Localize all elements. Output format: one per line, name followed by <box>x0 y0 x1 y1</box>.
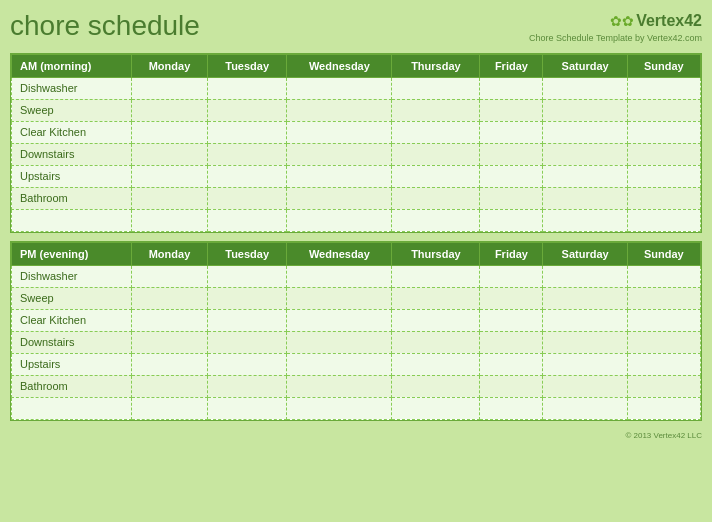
cell[interactable] <box>480 287 543 309</box>
cell[interactable] <box>627 165 700 187</box>
cell[interactable] <box>287 77 392 99</box>
cell[interactable] <box>392 353 480 375</box>
cell[interactable] <box>627 353 700 375</box>
am-friday: Friday <box>480 54 543 77</box>
cell[interactable] <box>287 309 392 331</box>
cell[interactable] <box>207 309 286 331</box>
cell[interactable] <box>543 375 627 397</box>
cell[interactable] <box>543 187 627 209</box>
cell[interactable] <box>480 121 543 143</box>
cell[interactable] <box>480 397 543 419</box>
cell[interactable] <box>392 287 480 309</box>
cell[interactable] <box>627 287 700 309</box>
cell[interactable] <box>207 165 286 187</box>
cell[interactable] <box>132 397 208 419</box>
cell[interactable] <box>132 309 208 331</box>
cell[interactable] <box>480 143 543 165</box>
cell[interactable] <box>392 375 480 397</box>
cell[interactable] <box>287 165 392 187</box>
cell[interactable] <box>392 99 480 121</box>
cell[interactable] <box>132 165 208 187</box>
cell[interactable] <box>287 121 392 143</box>
cell[interactable] <box>480 209 543 231</box>
cell[interactable] <box>287 287 392 309</box>
cell[interactable] <box>132 331 208 353</box>
cell[interactable] <box>543 287 627 309</box>
cell[interactable] <box>132 77 208 99</box>
cell[interactable] <box>392 331 480 353</box>
cell[interactable] <box>207 77 286 99</box>
cell[interactable] <box>132 121 208 143</box>
cell[interactable] <box>480 187 543 209</box>
cell[interactable] <box>392 397 480 419</box>
cell[interactable] <box>207 265 286 287</box>
am-wednesday: Wednesday <box>287 54 392 77</box>
cell[interactable] <box>132 143 208 165</box>
cell[interactable] <box>480 265 543 287</box>
cell[interactable] <box>543 77 627 99</box>
cell[interactable] <box>207 397 286 419</box>
cell[interactable] <box>627 77 700 99</box>
cell[interactable] <box>132 265 208 287</box>
cell[interactable] <box>287 209 392 231</box>
cell[interactable] <box>392 309 480 331</box>
cell[interactable] <box>627 331 700 353</box>
cell[interactable] <box>207 121 286 143</box>
cell[interactable] <box>543 143 627 165</box>
cell[interactable] <box>543 397 627 419</box>
cell[interactable] <box>287 265 392 287</box>
cell[interactable] <box>392 209 480 231</box>
cell[interactable] <box>627 187 700 209</box>
cell[interactable] <box>287 99 392 121</box>
cell[interactable] <box>287 397 392 419</box>
cell[interactable] <box>627 309 700 331</box>
cell[interactable] <box>480 375 543 397</box>
cell[interactable] <box>480 99 543 121</box>
cell[interactable] <box>543 99 627 121</box>
cell[interactable] <box>543 353 627 375</box>
cell[interactable] <box>287 331 392 353</box>
cell[interactable] <box>392 121 480 143</box>
cell[interactable] <box>132 353 208 375</box>
cell[interactable] <box>132 187 208 209</box>
cell[interactable] <box>627 99 700 121</box>
cell[interactable] <box>132 375 208 397</box>
cell[interactable] <box>132 287 208 309</box>
cell[interactable] <box>480 77 543 99</box>
cell[interactable] <box>207 375 286 397</box>
cell[interactable] <box>207 353 286 375</box>
cell[interactable] <box>207 143 286 165</box>
cell[interactable] <box>287 375 392 397</box>
cell[interactable] <box>132 209 208 231</box>
cell[interactable] <box>543 121 627 143</box>
cell[interactable] <box>543 165 627 187</box>
cell[interactable] <box>627 209 700 231</box>
cell[interactable] <box>392 143 480 165</box>
cell[interactable] <box>543 309 627 331</box>
cell[interactable] <box>627 375 700 397</box>
cell[interactable] <box>627 265 700 287</box>
cell[interactable] <box>480 331 543 353</box>
cell[interactable] <box>207 287 286 309</box>
cell[interactable] <box>287 143 392 165</box>
cell[interactable] <box>480 165 543 187</box>
cell[interactable] <box>627 121 700 143</box>
cell[interactable] <box>287 187 392 209</box>
cell[interactable] <box>132 99 208 121</box>
cell[interactable] <box>392 77 480 99</box>
cell[interactable] <box>207 209 286 231</box>
cell[interactable] <box>627 143 700 165</box>
cell[interactable] <box>392 165 480 187</box>
cell[interactable] <box>627 397 700 419</box>
cell[interactable] <box>480 353 543 375</box>
cell[interactable] <box>392 187 480 209</box>
cell[interactable] <box>287 353 392 375</box>
cell[interactable] <box>543 331 627 353</box>
cell[interactable] <box>392 265 480 287</box>
cell[interactable] <box>543 209 627 231</box>
cell[interactable] <box>543 265 627 287</box>
cell[interactable] <box>480 309 543 331</box>
cell[interactable] <box>207 99 286 121</box>
cell[interactable] <box>207 187 286 209</box>
cell[interactable] <box>207 331 286 353</box>
